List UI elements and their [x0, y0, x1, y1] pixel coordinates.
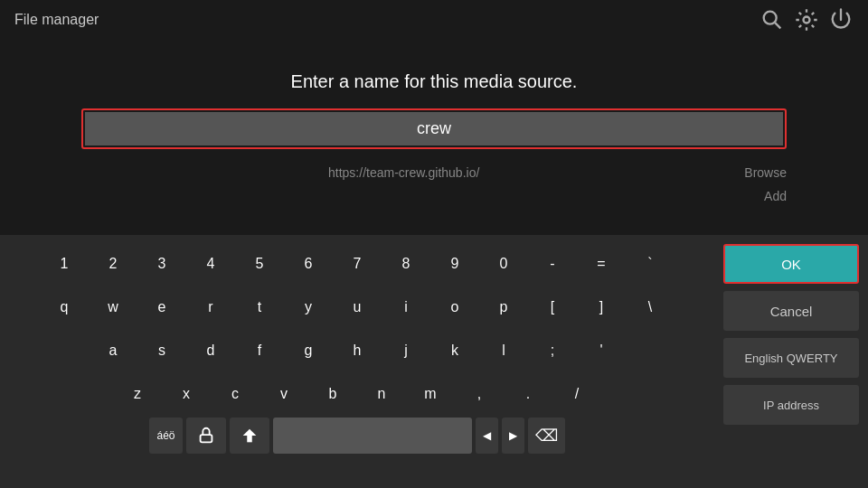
dialog-title: Enter a name for this media source. — [291, 71, 578, 92]
key-backslash[interactable]: \ — [627, 287, 674, 327]
key-v[interactable]: v — [260, 374, 307, 414]
key-h[interactable]: h — [334, 331, 381, 371]
app-title: File manager — [14, 12, 99, 28]
url-row: https://team-crew.github.io/ Browse — [81, 165, 787, 180]
name-input[interactable] — [85, 112, 783, 145]
key-comma[interactable]: , — [456, 374, 503, 414]
key-j[interactable]: j — [382, 331, 429, 371]
svg-rect-4 — [247, 436, 252, 442]
key-p[interactable]: p — [480, 287, 527, 327]
key-2[interactable]: 2 — [90, 244, 137, 284]
browse-button[interactable]: Browse — [744, 165, 787, 180]
settings-icon[interactable] — [794, 7, 819, 33]
key-w[interactable]: w — [90, 287, 137, 327]
keyboard-main: 1 2 3 4 5 6 7 8 9 0 - = ` q w e r t y u … — [0, 235, 714, 488]
key-period[interactable]: . — [505, 374, 552, 414]
key-o[interactable]: o — [431, 287, 478, 327]
svg-rect-3 — [200, 435, 212, 442]
key-g[interactable]: g — [285, 331, 332, 371]
caps-button[interactable] — [230, 418, 269, 454]
search-icon[interactable] — [760, 7, 785, 33]
key-f[interactable]: f — [236, 331, 283, 371]
keyboard-area: 1 2 3 4 5 6 7 8 9 0 - = ` q w e r t y u … — [0, 235, 868, 488]
key-quote[interactable]: ' — [578, 331, 625, 371]
key-rbracket[interactable]: ] — [578, 287, 625, 327]
key-1[interactable]: 1 — [41, 244, 88, 284]
keyboard-right-panel: OK Cancel English QWERTY IP address — [714, 235, 868, 488]
cancel-button[interactable]: Cancel — [723, 291, 859, 331]
key-row-bottom: áéö ◀ ▶ ⌫ — [7, 418, 707, 454]
key-r[interactable]: r — [187, 287, 234, 327]
title-bar-icons — [760, 7, 854, 33]
key-row-numbers: 1 2 3 4 5 6 7 8 9 0 - = ` — [7, 244, 707, 284]
key-minus[interactable]: - — [529, 244, 576, 284]
key-3[interactable]: 3 — [138, 244, 185, 284]
key-m[interactable]: m — [407, 374, 454, 414]
key-row-asdf: a s d f g h j k l ; ' — [7, 331, 707, 371]
key-b[interactable]: b — [309, 374, 356, 414]
url-text: https://team-crew.github.io/ — [81, 165, 726, 180]
key-c[interactable]: c — [212, 374, 259, 414]
key-backtick[interactable]: ` — [627, 244, 674, 284]
key-y[interactable]: y — [285, 287, 332, 327]
key-8[interactable]: 8 — [382, 244, 429, 284]
shield-lock-icon — [196, 426, 216, 446]
key-semicolon[interactable]: ; — [529, 331, 576, 371]
key-q[interactable]: q — [41, 287, 88, 327]
arrow-up-icon — [240, 426, 259, 446]
key-9[interactable]: 9 — [431, 244, 478, 284]
dialog-area: Enter a name for this media source. http… — [0, 40, 868, 235]
key-k[interactable]: k — [431, 331, 478, 371]
left-arrow-button[interactable]: ◀ — [476, 418, 498, 454]
key-n[interactable]: n — [358, 374, 405, 414]
key-0[interactable]: 0 — [480, 244, 527, 284]
svg-point-2 — [804, 17, 810, 23]
key-u[interactable]: u — [334, 287, 381, 327]
key-equals[interactable]: = — [578, 244, 625, 284]
power-icon[interactable] — [828, 7, 854, 33]
name-input-wrapper — [81, 108, 787, 149]
shift-caps-button[interactable] — [186, 418, 226, 454]
title-bar: File manager — [0, 0, 868, 40]
special-chars-button[interactable]: áéö — [149, 418, 182, 454]
key-slash[interactable]: / — [553, 374, 600, 414]
key-t[interactable]: t — [236, 287, 283, 327]
ok-button[interactable]: OK — [723, 244, 859, 284]
key-d[interactable]: d — [187, 331, 234, 371]
key-row-qwerty: q w e r t y u i o p [ ] \ — [7, 287, 707, 327]
add-btn-row: Add — [81, 189, 787, 203]
add-button[interactable]: Add — [764, 189, 787, 203]
keyboard-layout-button[interactable]: English QWERTY — [723, 338, 859, 378]
key-4[interactable]: 4 — [187, 244, 234, 284]
key-7[interactable]: 7 — [334, 244, 381, 284]
key-6[interactable]: 6 — [285, 244, 332, 284]
key-i[interactable]: i — [382, 287, 429, 327]
key-s[interactable]: s — [138, 331, 185, 371]
key-row-zxcv: z x c v b n m , . / — [7, 374, 707, 414]
ip-address-button[interactable]: IP address — [723, 385, 859, 425]
svg-point-0 — [764, 12, 777, 24]
key-l[interactable]: l — [480, 331, 527, 371]
right-arrow-button[interactable]: ▶ — [502, 418, 524, 454]
key-z[interactable]: z — [114, 374, 161, 414]
key-5[interactable]: 5 — [236, 244, 283, 284]
key-a[interactable]: a — [90, 331, 137, 371]
svg-line-1 — [775, 23, 780, 28]
key-x[interactable]: x — [163, 374, 210, 414]
key-e[interactable]: e — [138, 287, 185, 327]
space-key[interactable] — [273, 418, 472, 454]
key-lbracket[interactable]: [ — [529, 287, 576, 327]
backspace-button[interactable]: ⌫ — [528, 418, 565, 454]
